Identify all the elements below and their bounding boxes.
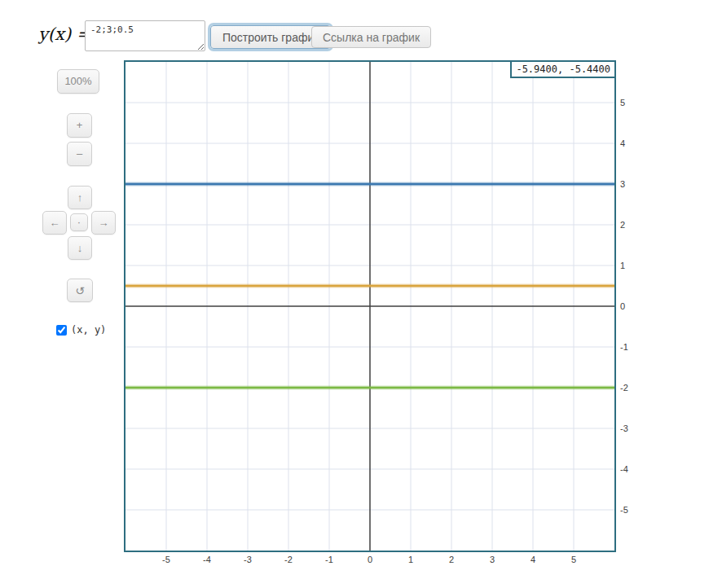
- cursor-coordinates: -5.9400, -5.4400: [510, 62, 614, 78]
- function-input[interactable]: -2;3;0.5: [85, 20, 205, 51]
- pan-down-button[interactable]: ↓: [68, 236, 92, 260]
- x-tick-label: -4: [203, 555, 211, 564]
- x-tick-label: -5: [162, 555, 170, 564]
- x-tick-label: -1: [325, 555, 333, 564]
- y-axis-labels: 543210-1-2-3-4-5: [620, 0, 645, 588]
- y-tick-label: 1: [620, 261, 625, 270]
- y-tick-label: -1: [620, 342, 628, 352]
- y-tick-label: 4: [620, 138, 625, 148]
- plot-area[interactable]: -5.9400, -5.4400: [124, 60, 616, 552]
- pan-up-button[interactable]: ↑: [68, 186, 92, 209]
- x-axis-labels: -5-4-3-2-1012345: [0, 555, 722, 566]
- y-tick-label: -3: [620, 423, 628, 433]
- y-tick-label: 2: [620, 220, 625, 230]
- y-tick-label: 3: [620, 179, 625, 189]
- y-tick-label: -2: [620, 383, 628, 393]
- pan-left-button[interactable]: ←: [42, 211, 67, 235]
- coordinates-checkbox[interactable]: [56, 325, 67, 336]
- function-label: y(x) =: [38, 24, 90, 44]
- link-button[interactable]: Ссылка на график: [311, 26, 431, 48]
- x-tick-label: -3: [244, 555, 252, 564]
- x-tick-label: 2: [449, 555, 454, 564]
- zoom-reset-button[interactable]: 100%: [57, 69, 99, 94]
- x-tick-label: 4: [530, 555, 535, 564]
- x-tick-label: 5: [571, 555, 576, 564]
- x-tick-label: 0: [368, 555, 372, 564]
- coordinates-toggle[interactable]: (x, y): [56, 324, 106, 336]
- zoom-in-button[interactable]: +: [67, 113, 92, 138]
- y-tick-label: 0: [620, 301, 625, 311]
- x-tick-label: 3: [490, 555, 495, 564]
- plot-canvas[interactable]: [125, 62, 614, 551]
- pan-center-button[interactable]: ·: [70, 213, 88, 231]
- y-tick-label: -4: [620, 464, 628, 474]
- y-tick-label: 5: [620, 98, 625, 108]
- y-tick-label: -5: [620, 505, 628, 515]
- zoom-out-button[interactable]: –: [67, 142, 92, 166]
- refresh-button[interactable]: ↺: [67, 279, 93, 302]
- pan-right-button[interactable]: →: [91, 211, 116, 235]
- coordinates-checkbox-label: (x, y): [71, 324, 106, 336]
- x-tick-label: 1: [408, 555, 413, 564]
- x-tick-label: -2: [284, 555, 293, 564]
